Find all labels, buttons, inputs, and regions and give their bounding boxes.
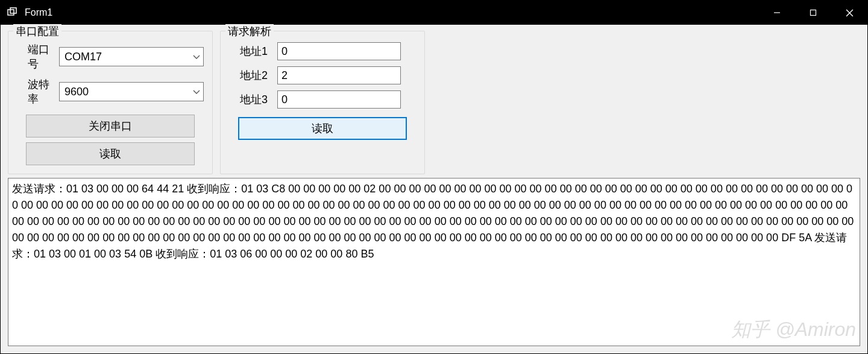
parse-read-button[interactable]: 读取 — [238, 117, 407, 140]
svg-rect-0 — [8, 10, 14, 15]
addr3-label: 地址3 — [229, 92, 277, 107]
addr1-label: 地址1 — [229, 44, 277, 58]
serial-read-button[interactable]: 读取 — [26, 142, 195, 165]
addr3-input[interactable] — [277, 90, 401, 109]
baud-row: 波特率 — [17, 77, 204, 106]
request-parse-title: 请求解析 — [225, 24, 274, 39]
port-combo[interactable] — [59, 47, 204, 66]
addr2-label: 地址2 — [229, 68, 277, 83]
app-window: Form1 串口配置 端口号 — [0, 0, 868, 354]
app-icon — [7, 7, 19, 19]
close-button[interactable] — [831, 1, 867, 25]
client-area: 串口配置 端口号 波特率 — [1, 25, 867, 353]
addr3-row: 地址3 — [229, 90, 416, 109]
port-row: 端口号 — [17, 42, 204, 71]
baud-input[interactable] — [59, 82, 204, 101]
baud-combo[interactable] — [59, 82, 204, 101]
log-content: 发送请求：01 03 00 00 00 64 44 21 收到响应：01 03 … — [12, 183, 854, 260]
request-parse-group: 请求解析 地址1 地址2 地址3 读取 — [220, 31, 425, 174]
window-title: Form1 — [25, 7, 759, 18]
svg-rect-3 — [811, 10, 816, 16]
addr1-row: 地址1 — [229, 42, 416, 60]
baud-label: 波特率 — [17, 77, 59, 106]
port-label: 端口号 — [17, 42, 59, 71]
addr2-row: 地址2 — [229, 66, 416, 84]
top-panels: 串口配置 端口号 波特率 — [8, 31, 860, 174]
serial-config-group: 串口配置 端口号 波特率 — [8, 31, 213, 174]
serial-config-title: 串口配置 — [13, 24, 61, 39]
maximize-button[interactable] — [795, 1, 831, 25]
parse-read-row: 读取 — [229, 117, 416, 140]
serial-read-row: 读取 — [17, 142, 204, 165]
port-input[interactable] — [59, 47, 204, 66]
minimize-button[interactable] — [759, 1, 795, 25]
addr1-input[interactable] — [277, 42, 401, 60]
titlebar: Form1 — [1, 1, 867, 25]
window-controls — [759, 1, 867, 25]
svg-rect-1 — [10, 8, 16, 13]
close-port-row: 关闭串口 — [17, 115, 204, 137]
log-textbox[interactable]: 发送请求：01 03 00 00 00 64 44 21 收到响应：01 03 … — [8, 178, 860, 346]
addr2-input[interactable] — [277, 66, 401, 84]
close-port-button[interactable]: 关闭串口 — [26, 115, 195, 137]
